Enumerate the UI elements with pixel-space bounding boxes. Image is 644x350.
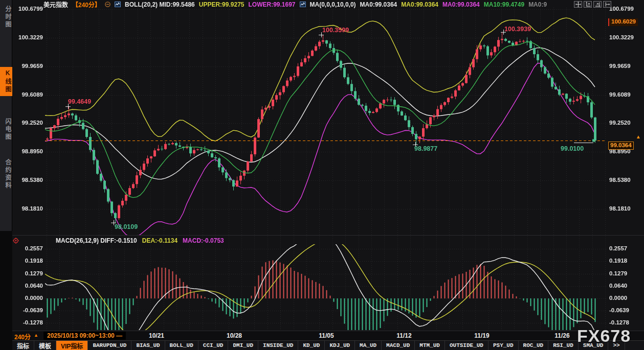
axis-tick-label: 0.2557: [609, 245, 641, 251]
minus-circle-icon[interactable]: [105, 2, 110, 7]
toolbar-item[interactable]: ROC_UD: [519, 341, 549, 350]
header-value: BOLL(20,2) MID:99.5486: [125, 1, 195, 8]
header-value: 【240分】: [72, 0, 101, 9]
axis-tick-label: 99.9659: [609, 63, 641, 69]
axis-tick-label: 98.5380: [11, 177, 43, 183]
period-label[interactable]: 240分: [14, 332, 31, 341]
axis-tick-label: 100.3229: [609, 34, 641, 40]
toolbar-item[interactable]: KDJ_UD: [325, 341, 355, 350]
watermark: FX678: [577, 326, 631, 346]
header-value: MA10:99.4749: [484, 1, 524, 8]
price-annotation: 98.9877: [414, 145, 437, 152]
header-value: 美元指数: [43, 0, 68, 9]
toolbar-item[interactable]: INSIDE_UD: [258, 341, 298, 350]
axis-tick-label: -0.0639: [609, 307, 641, 313]
xaxis-row: 240分 ▲ 2025/10/13 09:00~13:00 — 10/2110/…: [12, 331, 644, 340]
sidebar-item-2[interactable]: K线图: [0, 67, 12, 96]
session-high-badge: 100.6029: [608, 18, 638, 26]
header-value: MA0:99.0364: [442, 1, 480, 8]
shift-right-icon[interactable]: [603, 1, 611, 8]
axis-tick-label: 100.6799: [11, 6, 43, 12]
toolbar-item[interactable]: DMI_UD: [228, 341, 258, 350]
header-value: MA(0,0,0,10,0,0): [310, 1, 356, 8]
macd-header: MACD(26,12,9) DIFF:-0.1510DEA:-0.1134MAC…: [13, 237, 224, 244]
macd-value: MACD(26,12,9) DIFF:-0.1510: [56, 237, 137, 244]
sidebar-item-1[interactable]: 分时图: [0, 3, 12, 31]
bar-range-label: 2025/10/13 09:00~13:00 —: [43, 332, 126, 340]
axis-scale-right-icon[interactable]: [593, 1, 602, 8]
period-arrow-icon[interactable]: ▲: [34, 333, 38, 338]
axis-tick-label: 98.1810: [609, 205, 641, 212]
toolbar-item[interactable]: OUTSIDE_UD: [445, 341, 488, 350]
toolbar-item[interactable]: VIP指标: [56, 341, 88, 350]
axis-tick-label: 98.8950: [11, 148, 43, 154]
axis-tick-label: 0.0000: [609, 295, 641, 301]
toolbar-item[interactable]: MA_UD: [355, 341, 382, 350]
toolbar-item[interactable]: 指标: [12, 341, 34, 350]
indicator-toolbar: 指标模板VIP指标BARUPDN_UDBIAS_UDBOLL_UDCCI_UDD…: [12, 340, 644, 350]
price-annotation: 100.3599: [322, 27, 349, 34]
toolbar-item[interactable]: BARUPDN_UD: [88, 341, 131, 350]
axis-tick-label: 0.0640: [609, 283, 641, 289]
axis-tick-label: 0.0000: [11, 295, 43, 301]
toolbar-item[interactable]: RSI_UD: [548, 341, 579, 350]
axis-tick-label: -0.0639: [11, 307, 43, 313]
axis-tick-label: 0.2557: [11, 245, 43, 251]
header-value: MA0:9: [528, 1, 547, 8]
macd-crosshair-icon[interactable]: [13, 238, 19, 244]
axis-scale-left-icon[interactable]: [584, 1, 592, 8]
price-annotation: 100.3939: [504, 26, 531, 33]
window-controls: [574, 1, 611, 8]
indicator-chart-icon[interactable]: [115, 2, 121, 7]
axis-tick-label: 0.1918: [609, 258, 641, 264]
chart-canvas[interactable]: [0, 0, 644, 350]
price-annotation: 98.0109: [115, 223, 138, 230]
price-up-arrow-icon: ▲: [636, 134, 641, 139]
sidebar-item-3[interactable]: 闪电图: [0, 115, 12, 144]
header-value: MA0:99.0364: [360, 1, 397, 8]
date-label: 11/19: [474, 332, 489, 339]
toolbar-item[interactable]: BIAS_UD: [131, 341, 165, 350]
axis-tick-label: 100.3229: [11, 34, 43, 40]
date-label: 10/21: [149, 332, 164, 339]
axis-tick-label: 99.6089: [609, 91, 641, 98]
header-value: LOWER:99.1697: [248, 1, 295, 8]
axis-tick-label: 98.5380: [609, 177, 641, 183]
toolbar-item[interactable]: BOLL_UD: [165, 341, 198, 350]
toolbar-item[interactable]: MACD_UD: [382, 341, 415, 350]
indicator-chart-icon[interactable]: [300, 2, 306, 7]
price-annotation: 99.0100: [561, 145, 584, 152]
date-label: 11/12: [396, 332, 411, 339]
toolbar-item[interactable]: KD_UD: [298, 341, 325, 350]
axis-tick-label: 0.1279: [11, 270, 43, 276]
toolbar-item[interactable]: 模板: [34, 341, 56, 350]
sidebar-item-4[interactable]: 合约资料: [0, 156, 12, 192]
price-annotation: 99.4649: [68, 98, 91, 105]
axis-tick-label: 0.1918: [11, 258, 43, 264]
toolbar-item[interactable]: PSY_UD: [488, 341, 519, 350]
pan-icon[interactable]: [574, 1, 582, 8]
axis-tick-label: 99.9659: [11, 63, 43, 69]
macd-value: MACD:-0.0753: [183, 237, 224, 244]
axis-tick-label: 99.6089: [11, 91, 43, 98]
macd-value: DEA:-0.1134: [142, 237, 177, 244]
date-label: 11/05: [319, 332, 334, 339]
trading-app: 分时图K线图闪电图合约资料 美元指数【240分】BOLL(20,2) MID:9…: [0, 0, 644, 350]
axis-tick-label: 99.2520: [11, 120, 43, 126]
axis-tick-label: 0.0640: [11, 283, 43, 289]
sidebar: 分时图K线图闪电图合约资料: [0, 0, 12, 350]
date-label: 11/26: [554, 332, 569, 339]
axis-tick-label: 0.1279: [609, 270, 641, 276]
header-value: UPPER:99.9275: [199, 1, 245, 8]
axis-tick-label: 100.6799: [609, 6, 641, 12]
axis-tick-label: 98.1810: [11, 205, 43, 212]
toolbar-item[interactable]: CCI_UD: [198, 341, 229, 350]
last-price-badge: 99.0364: [608, 142, 634, 150]
header-value: MA0:99.0364: [401, 1, 438, 8]
axis-tick-label: -0.1278: [609, 319, 641, 325]
axis-tick-label: -0.1278: [11, 319, 43, 325]
axis-tick-label: 99.2520: [609, 120, 641, 126]
toolbar-item[interactable]: MTM_UD: [415, 341, 445, 350]
date-label: 10/28: [227, 332, 242, 339]
indicator-header: 美元指数【240分】BOLL(20,2) MID:99.5486UPPER:99…: [43, 1, 547, 8]
